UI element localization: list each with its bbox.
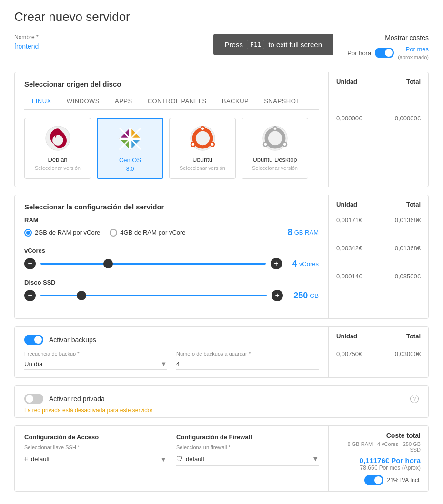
vcores-unit: vCores: [299, 260, 319, 267]
disk-section: Seleccionar origen del disco LINUX WINDO…: [14, 72, 429, 187]
firewall-col: Configuración de Firewall Selecciona un …: [176, 434, 319, 466]
os-card-centos[interactable]: CentOS 8.0: [97, 118, 163, 179]
access-firewall-section: Configuración de Acceso Seleccionar llav…: [14, 425, 429, 492]
vcores-total: 0,01368€: [395, 245, 421, 252]
disk-total-val: 0,00000€: [395, 115, 421, 122]
total-price-month: 78,65€ Por mes (Aprox): [336, 464, 421, 471]
ubuntu-icon: [188, 124, 217, 152]
backups-toggle-row: Activar backups: [24, 335, 319, 345]
ram-option-2gb-label: 2GB de RAM por vCore: [35, 229, 100, 236]
tab-backup[interactable]: BACKUP: [214, 94, 256, 109]
ram-label: RAM: [24, 217, 319, 224]
access-col: Configuración de Acceso Seleccionar llav…: [24, 434, 167, 466]
ssd-total: 0,03500€: [395, 273, 421, 280]
private-network-row: Activar red privada ?: [24, 394, 419, 404]
ssd-unit: GB: [310, 292, 319, 299]
ssd-slider-thumb[interactable]: [77, 291, 86, 300]
private-network-note: La red privada está desactivada para est…: [24, 407, 419, 414]
ssd-unidad: 0,00014€: [336, 273, 362, 280]
vcores-slider[interactable]: [40, 263, 266, 265]
firewall-icon: 🛡: [176, 455, 183, 463]
vat-label: 21% IVA Incl.: [387, 477, 421, 484]
ram-config: RAM 2GB de RAM por vCore 4GB de RAM por …: [24, 217, 319, 237]
private-network-section: Activar red privada ? La red privada est…: [14, 385, 429, 418]
vat-row: 21% IVA Incl.: [336, 475, 421, 485]
ram-total: 0,01368€: [395, 217, 421, 224]
frequency-arrow-icon: ▼: [161, 360, 167, 367]
ram-radio-4gb: [110, 229, 117, 237]
ram-option-2gb[interactable]: 2GB de RAM por vCore: [24, 229, 100, 237]
ssh-label: Seleccionar llave SSH *: [24, 445, 167, 450]
frequency-select[interactable]: Un día ▼: [24, 358, 167, 370]
fullscreen-prefix: Press: [225, 40, 243, 49]
backups-unidad-header: Unidad: [336, 333, 357, 340]
tab-snapshot[interactable]: SNAPSHOT: [256, 94, 308, 109]
firewall-select[interactable]: 🛡 default ▼: [176, 452, 319, 466]
firewall-value: default: [186, 455, 309, 463]
tab-linux[interactable]: LINUX: [24, 94, 59, 109]
access-title: Configuración de Acceso: [24, 434, 167, 441]
cost-by-month-sub: (aproximado): [398, 54, 429, 60]
svg-point-24: [264, 143, 267, 146]
ram-option-4gb[interactable]: 4GB de RAM por vCore: [110, 229, 185, 237]
debian-icon: [43, 124, 72, 152]
ram-value: 8: [288, 227, 292, 237]
vcores-decrease-btn[interactable]: −: [24, 258, 36, 269]
tab-windows[interactable]: WINDOWS: [59, 94, 107, 109]
ubuntu-desktop-version: Seleccionar versión: [248, 165, 302, 171]
ssh-value: default: [31, 455, 157, 463]
vcores-slider-thumb[interactable]: [103, 259, 113, 268]
firewall-title: Configuración de Firewall: [176, 434, 319, 441]
tab-control-panels[interactable]: CONTROL PANELS: [140, 94, 214, 109]
firewall-dropdown-icon: ▼: [312, 455, 319, 463]
footer: CANCELAR ENVIAR: [14, 499, 429, 504]
ubuntu-name: Ubuntu: [175, 156, 230, 163]
ubuntu-version: Seleccionar versión: [175, 165, 230, 171]
os-tabs: LINUX WINDOWS APPS CONTROL PANELS BACKUP…: [24, 94, 319, 110]
cost-toggle[interactable]: [375, 48, 394, 58]
ssd-label: Disco SSD: [24, 279, 319, 286]
backups-total-header: Total: [406, 333, 421, 340]
private-network-toggle[interactable]: [24, 394, 43, 404]
ram-option-4gb-label: 4GB de RAM por vCore: [120, 229, 185, 236]
vcores-increase-btn[interactable]: +: [271, 258, 282, 269]
svg-point-16: [191, 143, 194, 146]
disk-unidad-val: 0,00000€: [336, 115, 362, 122]
backups-toggle[interactable]: [24, 335, 43, 345]
cost-by-month-label: Por mes: [406, 46, 429, 53]
page-title: Crear nuevo servidor: [14, 10, 429, 24]
disk-unidad-header: Unidad: [336, 78, 357, 85]
ssd-value: 250: [293, 291, 308, 301]
os-card-ubuntu[interactable]: Ubuntu Seleccionar versión: [169, 118, 236, 179]
backups-form: Frecuencia de backup * Un día ▼ Numero d…: [24, 351, 319, 370]
ssh-dropdown-icon: ▼: [160, 455, 167, 463]
vat-toggle[interactable]: [364, 475, 383, 485]
ssd-increase-btn[interactable]: +: [272, 290, 283, 301]
config-section: Seleccionar la configuración del servido…: [14, 195, 429, 319]
frequency-value: Un día: [24, 360, 42, 367]
os-card-debian[interactable]: Debian Seleccionar versión: [24, 118, 91, 179]
config-total-header: Total: [406, 201, 421, 208]
count-field[interactable]: 4: [176, 358, 319, 370]
vcores-label: vCores: [24, 247, 319, 254]
ssd-decrease-btn[interactable]: −: [24, 290, 36, 301]
backups-label: Activar backups: [49, 336, 96, 344]
ubuntu-desktop-name: Ubuntu Desktop: [248, 156, 302, 163]
svg-point-15: [201, 127, 204, 130]
fullscreen-suffix: to exit full screen: [268, 40, 322, 49]
tab-apps[interactable]: APPS: [107, 94, 140, 109]
config-unidad-header: Unidad: [336, 201, 357, 208]
ssh-select[interactable]: ⌗ default ▼: [24, 452, 167, 466]
centos-name: CentOS: [103, 157, 157, 164]
config-costs: Unidad Total 0,00171€ 0,01368€ 0,00342€ …: [328, 195, 428, 318]
os-card-ubuntu-desktop[interactable]: Ubuntu Desktop Seleccionar versión: [242, 118, 308, 179]
debian-version: Seleccionar versión: [30, 165, 85, 171]
total-costs-section: Coste total 8 GB RAM - 4 vCores - 250 GB…: [328, 426, 428, 491]
fullscreen-key: F11: [247, 40, 264, 49]
debian-name: Debian: [30, 156, 85, 163]
vcores-value: 4: [292, 259, 297, 269]
ssd-slider[interactable]: [40, 295, 267, 296]
total-title: Coste total: [336, 432, 421, 439]
total-config-desc: 8 GB RAM - 4 vCores - 250 GB SSD: [336, 441, 421, 453]
backups-costs: Unidad Total 0,00750€ 0,03000€: [328, 327, 428, 377]
